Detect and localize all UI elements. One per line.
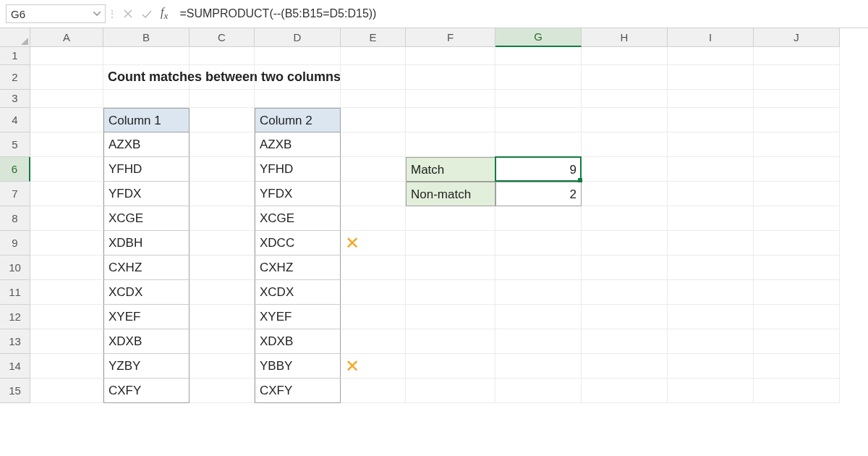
- cell-B1[interactable]: [103, 47, 190, 65]
- row-head-9[interactable]: 9: [0, 231, 30, 256]
- row-head-2[interactable]: 2: [0, 65, 30, 90]
- cell-C8[interactable]: [190, 206, 255, 231]
- cell-F13[interactable]: [406, 329, 495, 354]
- cell-I8[interactable]: [668, 206, 754, 231]
- cell-D1[interactable]: [255, 47, 341, 65]
- cell-E4[interactable]: [341, 108, 406, 132]
- cell-B10[interactable]: CXHZ: [103, 256, 190, 280]
- cell-F4[interactable]: [406, 108, 495, 132]
- cell-C1[interactable]: [190, 47, 255, 65]
- cell-D10[interactable]: CXHZ: [255, 256, 341, 280]
- cell-J10[interactable]: [754, 256, 840, 280]
- cell-F7[interactable]: Non-match: [406, 182, 495, 206]
- name-box[interactable]: G6: [6, 4, 106, 23]
- cell-G15[interactable]: [495, 379, 582, 403]
- enter-icon[interactable]: [137, 4, 156, 23]
- cell-C9[interactable]: [190, 231, 255, 256]
- cells-area[interactable]: Count matches between two columnsColumn …: [30, 47, 868, 403]
- cell-C3[interactable]: [190, 90, 255, 108]
- cell-F10[interactable]: [406, 256, 495, 280]
- cell-B7[interactable]: YFDX: [103, 182, 190, 206]
- chevron-down-icon[interactable]: [93, 12, 101, 16]
- cell-C12[interactable]: [190, 305, 255, 329]
- cell-B4[interactable]: Column 1: [103, 108, 190, 132]
- row-head-10[interactable]: 10: [0, 256, 30, 280]
- cell-H7[interactable]: [582, 182, 668, 206]
- cell-D6[interactable]: YFHD: [255, 157, 341, 182]
- col-head-H[interactable]: H: [582, 28, 668, 47]
- row-head-8[interactable]: 8: [0, 206, 30, 231]
- cell-F9[interactable]: [406, 231, 495, 256]
- cell-B9[interactable]: XDBH: [103, 231, 190, 256]
- cell-H12[interactable]: [582, 305, 668, 329]
- row-head-6[interactable]: 6: [0, 157, 30, 182]
- cell-E13[interactable]: [341, 329, 406, 354]
- cell-A15[interactable]: [30, 379, 103, 403]
- cell-H14[interactable]: [582, 354, 668, 379]
- col-head-D[interactable]: D: [255, 28, 341, 47]
- cell-I10[interactable]: [668, 256, 754, 280]
- cell-H6[interactable]: [582, 157, 668, 182]
- cell-G5[interactable]: [495, 132, 582, 157]
- cell-B5[interactable]: AZXB: [103, 132, 190, 157]
- row-head-15[interactable]: 15: [0, 379, 30, 403]
- cell-J5[interactable]: [754, 132, 840, 157]
- cell-E11[interactable]: [341, 280, 406, 305]
- cell-C11[interactable]: [190, 280, 255, 305]
- cell-J14[interactable]: [754, 354, 840, 379]
- cell-E15[interactable]: [341, 379, 406, 403]
- cell-A12[interactable]: [30, 305, 103, 329]
- cell-I3[interactable]: [668, 90, 754, 108]
- cell-I7[interactable]: [668, 182, 754, 206]
- col-head-E[interactable]: E: [341, 28, 406, 47]
- cell-C14[interactable]: [190, 354, 255, 379]
- cell-J4[interactable]: [754, 108, 840, 132]
- cell-G1[interactable]: [495, 47, 582, 65]
- cell-G13[interactable]: [495, 329, 582, 354]
- cell-E5[interactable]: [341, 132, 406, 157]
- cell-J2[interactable]: [754, 65, 840, 90]
- cell-F8[interactable]: [406, 206, 495, 231]
- row-head-12[interactable]: 12: [0, 305, 30, 329]
- col-head-A[interactable]: A: [30, 28, 103, 47]
- cell-H8[interactable]: [582, 206, 668, 231]
- cell-G3[interactable]: [495, 90, 582, 108]
- cell-I11[interactable]: [668, 280, 754, 305]
- cell-B3[interactable]: [103, 90, 190, 108]
- cell-F6[interactable]: Match: [406, 157, 495, 182]
- cell-F11[interactable]: [406, 280, 495, 305]
- cell-E1[interactable]: [341, 47, 406, 65]
- cell-F12[interactable]: [406, 305, 495, 329]
- cell-C10[interactable]: [190, 256, 255, 280]
- select-all-corner[interactable]: [0, 28, 30, 47]
- cell-J3[interactable]: [754, 90, 840, 108]
- cell-A4[interactable]: [30, 108, 103, 132]
- row-head-7[interactable]: 7: [0, 182, 30, 206]
- col-head-G[interactable]: G: [495, 28, 582, 47]
- cell-D11[interactable]: XCDX: [255, 280, 341, 305]
- cell-F14[interactable]: [406, 354, 495, 379]
- cell-J1[interactable]: [754, 47, 840, 65]
- cell-B11[interactable]: XCDX: [103, 280, 190, 305]
- cell-D3[interactable]: [255, 90, 341, 108]
- cell-I9[interactable]: [668, 231, 754, 256]
- cell-E12[interactable]: [341, 305, 406, 329]
- cell-I13[interactable]: [668, 329, 754, 354]
- cell-J13[interactable]: [754, 329, 840, 354]
- cell-J11[interactable]: [754, 280, 840, 305]
- row-head-11[interactable]: 11: [0, 280, 30, 305]
- cell-I2[interactable]: [668, 65, 754, 90]
- cell-B6[interactable]: YFHD: [103, 157, 190, 182]
- cell-A11[interactable]: [30, 280, 103, 305]
- cell-C4[interactable]: [190, 108, 255, 132]
- cell-C13[interactable]: [190, 329, 255, 354]
- row-head-14[interactable]: 14: [0, 354, 30, 379]
- cell-F2[interactable]: [406, 65, 495, 90]
- col-head-I[interactable]: I: [668, 28, 754, 47]
- mismatch-mark-icon[interactable]: ✕: [341, 354, 406, 379]
- cell-I15[interactable]: [668, 379, 754, 403]
- cell-D9[interactable]: XDCC: [255, 231, 341, 256]
- cell-A6[interactable]: [30, 157, 103, 182]
- cell-F3[interactable]: [406, 90, 495, 108]
- cell-B15[interactable]: CXFY: [103, 379, 190, 403]
